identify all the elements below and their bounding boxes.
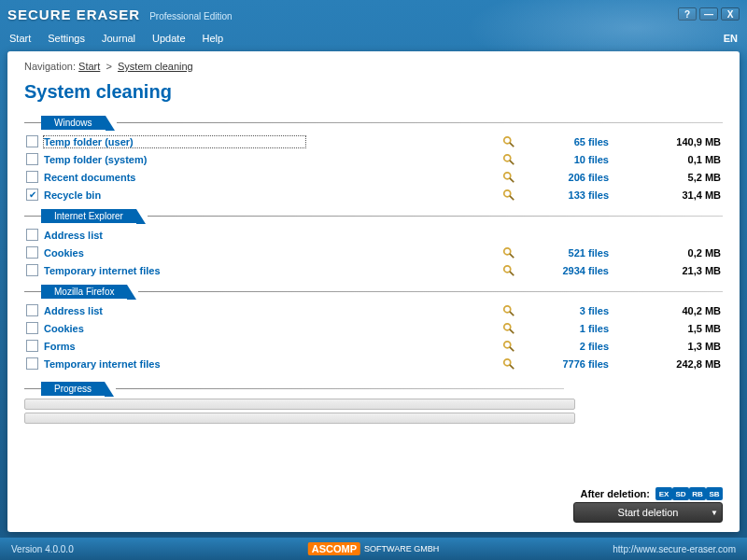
row-label[interactable]: Temporary internet files — [44, 358, 305, 370]
svg-line-13 — [510, 311, 514, 315]
row-label[interactable]: Recent documents — [44, 172, 305, 183]
row-label[interactable]: Temporary internet files — [44, 265, 305, 276]
svg-line-15 — [510, 329, 514, 332]
titlebar: SECURE ERASER Professional Edition ? — X — [0, 0, 747, 28]
checkbox[interactable] — [26, 340, 38, 352]
start-deletion-button[interactable]: Start deletion ▼ — [573, 502, 723, 523]
menu-item-settings[interactable]: Settings — [48, 33, 85, 44]
checkbox[interactable] — [26, 322, 38, 334]
list-item: Recent documents206 files5,2 MB — [24, 168, 723, 186]
menu-item-start[interactable]: Start — [9, 33, 31, 44]
after-deletion-badge-sb[interactable]: SB — [706, 487, 723, 500]
svg-point-12 — [504, 305, 511, 312]
list-item: Cookies1 files1,5 MB — [24, 319, 723, 337]
minimize-button[interactable]: — — [699, 7, 718, 21]
svg-line-11 — [510, 271, 514, 274]
size-value: 5,2 MB — [637, 172, 721, 183]
files-count: 10 files — [515, 154, 637, 165]
section-tab: Mozilla Firefox — [41, 285, 127, 299]
files-count: 7776 files — [515, 358, 637, 370]
files-count: 2 files — [515, 341, 637, 352]
svg-point-0 — [504, 136, 511, 143]
svg-line-3 — [510, 160, 514, 163]
svg-point-14 — [504, 323, 511, 329]
progress-section-tab: Progress — [41, 382, 105, 396]
row-label[interactable]: Cookies — [44, 247, 305, 259]
magnify-icon[interactable] — [502, 135, 515, 148]
close-button[interactable]: X — [721, 7, 740, 21]
checkbox[interactable]: ✔ — [26, 189, 38, 201]
magnify-icon[interactable] — [502, 246, 515, 259]
checkbox[interactable] — [26, 246, 38, 259]
svg-line-7 — [510, 195, 514, 199]
row-label[interactable]: Temp folder (system) — [44, 154, 305, 165]
svg-point-6 — [504, 189, 511, 196]
language-selector[interactable]: EN — [724, 33, 738, 44]
size-value: 40,2 MB — [637, 305, 721, 316]
list-item: Temporary internet files2934 files21,3 M… — [24, 261, 723, 279]
magnify-icon[interactable] — [502, 357, 515, 371]
magnify-icon[interactable] — [502, 189, 515, 202]
magnify-icon[interactable] — [502, 153, 515, 166]
chevron-down-icon[interactable]: ▼ — [711, 509, 718, 517]
after-deletion-badge-rb[interactable]: RB — [689, 487, 706, 500]
list-item: Forms2 files1,3 MB — [24, 337, 723, 355]
main-panel: Navigation: Start > System cleaning Syst… — [7, 51, 740, 532]
files-count: 133 files — [515, 189, 637, 201]
list-item: Temp folder (system)10 files0,1 MB — [24, 150, 723, 168]
help-button[interactable]: ? — [678, 7, 697, 21]
magnify-icon[interactable] — [502, 171, 515, 184]
checkbox[interactable] — [26, 357, 38, 370]
size-value: 0,2 MB — [637, 247, 721, 259]
checkbox[interactable] — [26, 153, 38, 165]
section-tab: Windows — [41, 116, 106, 130]
breadcrumb-link-current[interactable]: System cleaning — [118, 61, 193, 72]
progress-bar-1 — [24, 399, 575, 410]
version-label: Version 4.0.0.0 — [11, 544, 74, 554]
breadcrumb: Navigation: Start > System cleaning — [24, 61, 723, 72]
website-link[interactable]: http://www.secure-eraser.com — [613, 544, 736, 554]
menu-item-update[interactable]: Update — [152, 33, 185, 44]
progress-bar-2 — [24, 413, 575, 424]
checkbox[interactable] — [26, 229, 38, 241]
row-label[interactable]: Forms — [44, 341, 305, 352]
checkbox[interactable] — [26, 304, 38, 316]
row-label[interactable]: Cookies — [44, 323, 305, 334]
svg-point-4 — [504, 172, 511, 178]
menu-item-journal[interactable]: Journal — [102, 33, 135, 44]
size-value: 1,5 MB — [637, 323, 721, 334]
checkbox[interactable] — [26, 135, 38, 147]
svg-line-1 — [510, 142, 514, 146]
checkbox[interactable] — [26, 264, 38, 276]
after-deletion-badge-ex[interactable]: EX — [655, 487, 672, 500]
files-count: 65 files — [515, 136, 637, 147]
magnify-icon[interactable] — [502, 340, 515, 353]
svg-point-18 — [504, 358, 511, 365]
checkbox[interactable] — [26, 171, 38, 183]
menu-item-help[interactable]: Help — [203, 33, 224, 44]
list-item: Temporary internet files7776 files242,8 … — [24, 355, 723, 372]
breadcrumb-link-start[interactable]: Start — [78, 61, 100, 72]
files-count: 206 files — [515, 172, 637, 183]
magnify-icon[interactable] — [502, 304, 515, 317]
row-label[interactable]: Address list — [44, 305, 305, 316]
row-label[interactable]: Address list — [44, 230, 305, 241]
size-value: 0,1 MB — [637, 154, 721, 165]
size-value: 1,3 MB — [637, 341, 721, 352]
section-tab: Internet Explorer — [41, 209, 136, 223]
magnify-icon[interactable] — [502, 322, 515, 335]
svg-line-17 — [510, 346, 514, 350]
after-deletion-options: After deletion: EXSDRBSB — [580, 487, 723, 501]
svg-line-5 — [510, 177, 514, 181]
svg-point-10 — [504, 265, 511, 272]
row-label[interactable]: Recycle bin — [44, 189, 305, 201]
row-label[interactable]: Temp folder (user) — [44, 136, 305, 147]
list-item: Address list3 files40,2 MB — [24, 301, 723, 319]
list-item: Cookies521 files0,2 MB — [24, 244, 723, 261]
after-deletion-badge-sd[interactable]: SD — [672, 487, 689, 500]
size-value: 140,9 MB — [637, 136, 721, 147]
brand-logo: ASCOMP SOFTWARE GMBH — [308, 542, 439, 555]
menubar: StartSettingsJournalUpdateHelp EN — [0, 28, 747, 49]
magnify-icon[interactable] — [502, 264, 515, 277]
app-title: SECURE ERASER — [7, 7, 140, 22]
